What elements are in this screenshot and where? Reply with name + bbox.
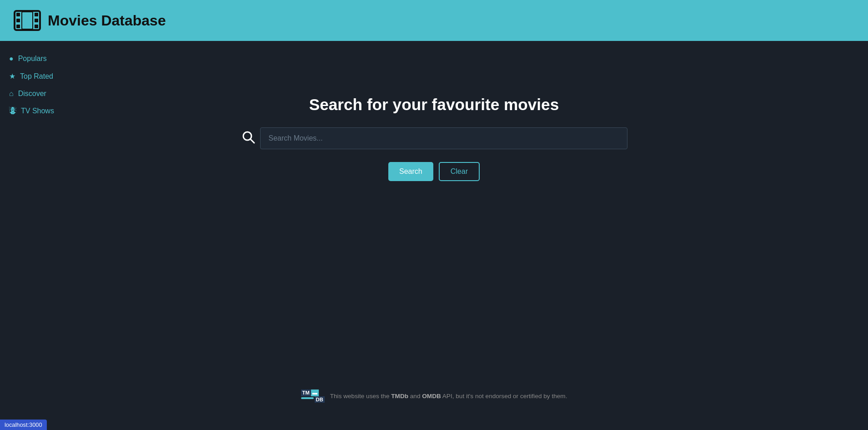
app-title: Movies Database [48,12,166,29]
sidebar-item-tv-shows-label: TV Shows [21,107,54,115]
sidebar-item-tv-shows[interactable]: ⛇ TV Shows [0,102,82,120]
search-buttons: Search Clear [388,162,480,181]
status-bar: localhost:3000 [0,420,47,430]
search-button[interactable]: Search [388,162,433,181]
tmdb-logo: TM ▬ DB [301,390,325,403]
svg-rect-7 [22,12,33,29]
status-url: localhost:3000 [5,421,42,428]
search-area [241,127,627,149]
search-input[interactable] [260,127,627,149]
svg-rect-1 [16,13,20,16]
sidebar-item-populars[interactable]: ● Populars [0,50,82,67]
svg-rect-4 [35,13,38,16]
star-icon: ★ [9,72,15,81]
svg-rect-3 [16,25,20,28]
clear-button[interactable]: Clear [439,162,480,181]
tmdb-bar [301,397,314,399]
footer-text: This website uses the TMDb and OMDB API,… [330,393,567,400]
tmdb-db-text: DB [315,396,325,403]
tmdb-right-text: ▬ [311,390,319,396]
sidebar-item-populars-label: Populars [18,55,47,63]
grid-icon: ⌂ [9,90,14,98]
sidebar-item-top-rated-label: Top Rated [20,72,53,81]
main-content: Search for your favourite movies Search … [0,41,868,208]
sidebar-item-discover-label: Discover [18,90,46,98]
svg-rect-5 [35,19,38,22]
sidebar-item-discover[interactable]: ⌂ Discover [0,85,82,102]
svg-line-9 [251,139,254,143]
circle-icon: ● [9,55,14,63]
search-heading: Search for your favourite movies [309,96,559,114]
tmdb-tm-text: TM [301,390,311,396]
svg-rect-2 [16,19,20,22]
sidebar-item-top-rated[interactable]: ★ Top Rated [0,67,82,85]
film-strip-icon [14,9,41,32]
sidebar-nav: ● Populars ★ Top Rated ⌂ Discover ⛇ TV S… [0,41,82,129]
app-header: Movies Database [0,0,868,41]
footer: TM ▬ DB This website uses the TMDb and O… [301,390,567,403]
monitor-icon: ⛇ [9,107,16,115]
svg-rect-6 [35,25,38,28]
search-icon [241,130,256,147]
